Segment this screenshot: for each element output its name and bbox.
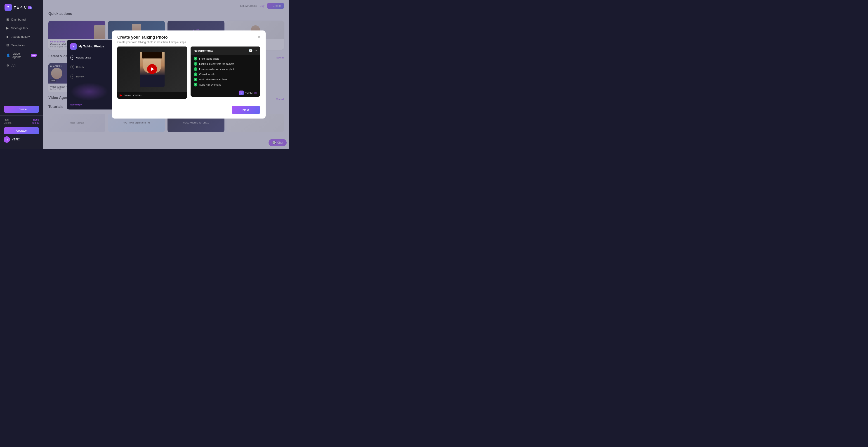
sidebar-logo: Y YEPIC AI — [0, 4, 43, 15]
plan-info: Plan Basic Credits 498.33 — [4, 118, 39, 124]
sidebar-item-video-gallery[interactable]: ▶ Video gallery — [2, 24, 41, 32]
credits-label: Credits — [4, 122, 11, 124]
sidebar-bottom: Plan Basic Credits 498.33 Upgrade YE YEP… — [0, 115, 43, 145]
modal-close-button[interactable]: × — [258, 35, 260, 40]
next-button[interactable]: Next — [232, 106, 260, 114]
brand-name: YEPIC — [245, 92, 252, 94]
req-item: ✓ Closed mouth — [194, 72, 257, 76]
video-embed-inner — [117, 46, 187, 92]
sp-step-num: 1 — [70, 56, 74, 60]
sp-step-details: 2 Details — [70, 64, 108, 70]
sidebar-item-video-agents[interactable]: 👤 Video agents New — [2, 50, 41, 61]
req-branding: Y YEPIC AI — [191, 89, 260, 97]
req-item: ✓ Face should cover most of photo — [194, 67, 257, 71]
sp-step-review: 3 Review — [70, 73, 108, 80]
modal-header: Create your Talking Photo Create your ow… — [112, 31, 266, 46]
upgrade-button[interactable]: Upgrade — [4, 127, 39, 134]
sidebar-item-label: Video agents — [12, 52, 28, 59]
sidebar: Y YEPIC AI ⊞ Dashboard ▶ Video gallery ◧… — [0, 0, 43, 149]
sidebar-item-label: Templates — [11, 43, 25, 47]
play-icon — [151, 67, 154, 71]
sp-logo-text: My Talking Photos — [79, 45, 104, 48]
sidebar-item-label: Assets gallery — [11, 35, 30, 38]
sp-decoration — [70, 82, 108, 101]
brand-ai: AI — [254, 92, 257, 94]
modal-body: ▶ Watch on ▶ YouTube Requirements 🕐 ↗ — [112, 46, 266, 103]
youtube-label: ▶ YouTube — [133, 94, 142, 96]
logo-icon: Y — [4, 4, 12, 11]
req-item: ✓ Front facing photo — [194, 57, 257, 61]
sp-step-label: Review — [76, 75, 84, 78]
plan-label: Plan — [4, 118, 8, 121]
requirements-panel: Requirements 🕐 ↗ ✓ Front facing photo — [191, 46, 260, 97]
sp-step-label: Upload photo — [76, 56, 91, 59]
user-row: YE YEPIC — [4, 136, 39, 143]
req-title: Requirements — [194, 49, 213, 53]
create-button[interactable]: + Create — [4, 106, 39, 113]
check-icon: ✓ — [194, 62, 197, 66]
share-icon: ↗ — [254, 49, 257, 53]
req-icons: 🕐 ↗ — [249, 49, 257, 53]
check-icon: ✓ — [194, 67, 197, 71]
side-panel-logo: Y My Talking Photos — [70, 43, 108, 50]
sidebar-item-templates[interactable]: ⊡ Templates — [2, 41, 41, 49]
sidebar-item-label: API — [11, 64, 16, 67]
req-item: ✓ Looking directly into the camera — [194, 62, 257, 66]
youtube-icon: ▶ — [120, 93, 122, 97]
sidebar-item-api[interactable]: ⚙ API — [2, 61, 41, 70]
plan-value: Basic — [33, 118, 39, 121]
overlay: Y My Talking Photos 1 Upload photo 2 Det… — [43, 0, 289, 149]
templates-icon: ⊡ — [6, 43, 9, 47]
main-content: 498.33 Credits Buy + Create Quick action… — [43, 0, 289, 149]
assets-gallery-icon: ◧ — [6, 35, 9, 38]
video-bar: ▶ Watch on ▶ YouTube — [117, 92, 187, 99]
check-icon: ✓ — [194, 83, 197, 87]
req-header: Requirements 🕐 ↗ — [191, 46, 260, 55]
need-help-link[interactable]: Need help? — [70, 103, 108, 106]
clock-icon: 🕐 — [249, 49, 252, 53]
modal-content-row: ▶ Watch on ▶ YouTube Requirements 🕐 ↗ — [117, 46, 260, 99]
user-name: YEPIC — [12, 138, 20, 141]
req-item: ✓ Avoid shadows over face — [194, 78, 257, 81]
check-icon: ✓ — [194, 57, 197, 61]
check-icon: ✓ — [194, 78, 197, 81]
sp-step-num: 3 — [70, 74, 74, 78]
req-list: ✓ Front facing photo ✓ Looking directly … — [191, 55, 260, 89]
new-badge: New — [31, 54, 37, 57]
sp-step-label: Details — [76, 66, 84, 68]
nav-items: ⊞ Dashboard ▶ Video gallery ◧ Assets gal… — [0, 15, 43, 102]
check-icon: ✓ — [194, 72, 197, 76]
modal-footer: Next — [112, 103, 266, 118]
dashboard-icon: ⊞ — [6, 18, 9, 21]
video-gallery-icon: ▶ — [6, 26, 9, 30]
sidebar-item-label: Dashboard — [11, 18, 26, 21]
user-avatar: YE — [4, 136, 10, 143]
modal-title: Create your Talking Photo — [117, 35, 187, 40]
video-agents-icon: 👤 — [6, 54, 10, 57]
ai-badge: AI — [28, 6, 32, 9]
credits-value: 498.33 — [32, 122, 39, 124]
app-name: YEPIC — [13, 5, 27, 10]
play-button[interactable] — [147, 64, 157, 74]
sp-logo-icon: Y — [70, 43, 76, 50]
brand-logo: Y — [239, 91, 244, 95]
watch-on-label: Watch on — [124, 94, 131, 96]
modal: Create your Talking Photo Create your ow… — [112, 31, 266, 118]
req-item: ✓ Avoid hair over face — [194, 83, 257, 87]
sidebar-item-label: Video gallery — [11, 26, 28, 30]
sp-step-upload: 1 Upload photo — [70, 54, 108, 61]
sidebar-item-assets-gallery[interactable]: ◧ Assets gallery — [2, 33, 41, 41]
side-panel: Y My Talking Photos 1 Upload photo 2 Det… — [67, 40, 112, 109]
video-embed: ▶ Watch on ▶ YouTube — [117, 46, 187, 99]
sidebar-item-dashboard[interactable]: ⊞ Dashboard — [2, 15, 41, 24]
sp-step-num: 2 — [70, 65, 74, 69]
modal-subtitle: Create your own talking photo in less th… — [117, 41, 187, 44]
api-icon: ⚙ — [6, 64, 9, 67]
